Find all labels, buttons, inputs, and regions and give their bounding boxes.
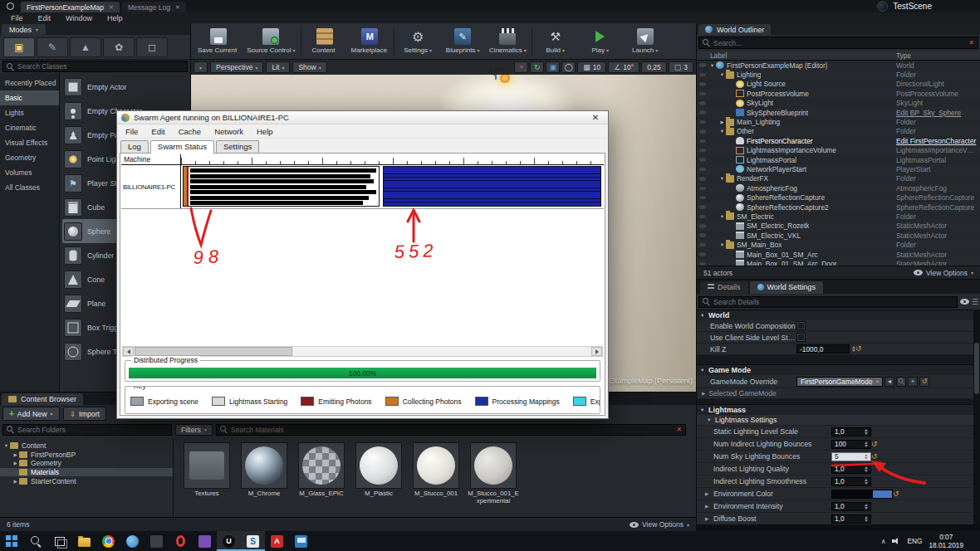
visibility-eye-icon[interactable] <box>699 110 706 115</box>
outliner-search-input[interactable] <box>713 39 965 47</box>
modes-tab[interactable]: Modes ▾ <box>2 24 46 35</box>
filters-button[interactable]: Filters ▾ <box>175 424 213 436</box>
asset-tile[interactable]: M_Stucco_001 <box>410 442 462 498</box>
play-button[interactable]: Play ▾ <box>579 25 622 58</box>
toolbar-separator[interactable] <box>394 27 394 56</box>
client-side-streaming-checkbox[interactable] <box>796 333 806 342</box>
source-control-button[interactable]: Source Control ▾ <box>243 25 298 58</box>
folder-tree-item[interactable]: ▼ Content <box>0 441 173 451</box>
search-folders-input[interactable] <box>17 426 168 434</box>
visibility-eye-icon[interactable] <box>699 224 706 228</box>
swarm-tab[interactable]: Log <box>120 140 149 153</box>
game-mode-section-header[interactable]: ▼ Game Mode <box>697 364 973 375</box>
outliner-row[interactable]: SphereReflectionCapture2 SphereReflectio… <box>697 202 980 212</box>
menu-item[interactable]: File <box>3 14 31 22</box>
visibility-eye-icon[interactable] <box>699 196 706 200</box>
window-tab[interactable]: FirstPersonExampleMap <box>21 2 120 12</box>
unreal-editor-icon[interactable] <box>217 531 241 551</box>
asset-tile[interactable]: M_Plastic <box>353 442 404 498</box>
actor-type[interactable]: LightmassImportanceVolume <box>896 146 978 154</box>
outliner-row[interactable]: Main_Box_01_SM_Arc StaticMeshActor <box>697 250 980 259</box>
actor-type[interactable]: Folder <box>896 212 978 221</box>
actor-type[interactable]: StaticMeshActor <box>896 260 978 266</box>
actor-type[interactable]: SkyLight <box>896 99 978 107</box>
rotate-tool-button[interactable]: ↻ <box>530 61 544 73</box>
build-button[interactable]: Build ▾ <box>534 25 577 58</box>
visibility-eye-icon[interactable] <box>699 92 706 96</box>
value-spinner[interactable] <box>865 516 868 522</box>
lightmass-section-header[interactable]: ▼ Lightmass <box>697 404 973 415</box>
content-button[interactable]: Content <box>303 25 346 58</box>
move-tool-button[interactable]: + <box>514 61 528 73</box>
value-spinner[interactable] <box>865 429 868 435</box>
details-tab[interactable]: World Settings <box>750 281 823 294</box>
red-app-icon[interactable] <box>265 531 289 551</box>
visibility-eye-icon[interactable] <box>699 177 706 181</box>
details-scrollbar[interactable] <box>973 310 980 524</box>
expand-arrow-icon[interactable]: ▶ <box>12 461 19 466</box>
add-new-gamemode-icon[interactable] <box>908 377 918 387</box>
rotation-snap-button[interactable]: ∠ 10° <box>608 61 639 73</box>
enable-world-composition-checkbox[interactable] <box>796 321 806 330</box>
type-column-header[interactable]: Type <box>896 51 911 60</box>
actor-type[interactable]: Folder <box>896 118 978 126</box>
view-options-button[interactable]: View Options ▾ <box>630 520 689 529</box>
outliner-row[interactable]: SkyLight SkyLight <box>697 99 980 108</box>
outliner-row[interactable]: Main_Box_01_SM_Arc_Door StaticMeshActor <box>697 259 980 266</box>
outliner-row[interactable]: SM_Electric_VKL StaticMeshActor <box>697 231 980 240</box>
reset-to-default-icon[interactable]: ↺ <box>855 345 863 353</box>
media-app-icon[interactable] <box>193 531 217 551</box>
actor-type[interactable]: SphereReflectionCapture <box>896 203 978 212</box>
hidden-icons-chevron[interactable]: ∧ <box>881 538 886 545</box>
scale-tool-button[interactable]: ▣ <box>546 61 560 73</box>
scrollbar-thumb[interactable] <box>135 347 292 356</box>
expand-arrow-icon[interactable]: ▶ <box>705 491 708 496</box>
outliner-row[interactable]: ▼ SM_Electric Folder <box>697 212 980 221</box>
chrome-icon[interactable] <box>96 531 120 551</box>
details-tab[interactable]: Details <box>700 281 748 294</box>
outliner-row[interactable]: ▼ SM_Main_Box Folder <box>697 240 980 249</box>
landscape-mode-button[interactable]: ▲ <box>70 37 101 57</box>
visibility-eye-icon[interactable] <box>699 215 706 219</box>
swarm-agent-icon[interactable] <box>241 531 265 551</box>
modes-category[interactable]: Lights <box>0 105 59 120</box>
details-options-icon[interactable]: ☰ <box>972 298 978 306</box>
folder-tree-item[interactable]: ▶ Geometry <box>0 459 173 468</box>
perspective-button[interactable]: Perspective▾ <box>210 61 263 73</box>
search-button[interactable] <box>24 531 48 551</box>
save-current-button[interactable]: Save Current <box>194 25 242 58</box>
actor-type[interactable]: Folder <box>896 71 978 79</box>
dark-app-icon[interactable] <box>145 531 169 551</box>
kill-z-input[interactable]: -1000,0 <box>796 344 850 354</box>
outliner-row[interactable]: FirstPersonCharacter Edit FirstPersonCha… <box>697 136 980 145</box>
visibility-eye-icon[interactable] <box>699 129 706 134</box>
window-tab[interactable]: Message Log <box>122 2 186 12</box>
actor-type[interactable]: PlayerStart <box>896 165 978 173</box>
property-value-input[interactable]: 1,0 <box>831 427 871 436</box>
expand-arrow-icon[interactable]: ▼ <box>718 72 726 77</box>
value-spinner[interactable] <box>865 504 868 510</box>
outliner-row[interactable]: SkySphereBlueprint Edit BP_Sky_Sphere <box>697 108 980 117</box>
asset-tile[interactable]: Textures <box>181 442 233 498</box>
modes-category[interactable]: Cinematic <box>0 120 59 135</box>
import-button[interactable]: ⇓ Import <box>63 407 106 421</box>
reset-to-default-icon[interactable]: ↺ <box>871 441 879 448</box>
property-visibility-icon[interactable] <box>960 299 969 305</box>
menu-item[interactable]: Edit <box>31 14 59 22</box>
language-indicator[interactable]: ENG <box>907 537 922 545</box>
expand-arrow-icon[interactable]: ▼ <box>718 242 726 247</box>
outliner-row[interactable]: SphereReflectionCapture SphereReflection… <box>697 193 980 202</box>
actor-type[interactable]: StaticMeshActor <box>896 222 978 230</box>
expand-arrow-icon[interactable]: ▼ <box>2 443 10 448</box>
property-value-input[interactable]: 1,0 <box>831 477 871 486</box>
swarm-menu-item[interactable]: Network <box>208 126 250 137</box>
swarm-menu-item[interactable]: Cache <box>172 126 208 137</box>
opera-icon[interactable] <box>169 531 193 551</box>
visibility-eye-icon[interactable] <box>699 243 706 247</box>
toolbar-separator[interactable] <box>532 27 532 56</box>
property-value-input[interactable]: 100 <box>831 440 871 449</box>
outliner-row[interactable]: AtmosphericFog AtmosphericFog <box>697 183 980 193</box>
visibility-eye-icon[interactable] <box>699 252 706 256</box>
expand-arrow-icon[interactable]: ▶ <box>12 452 19 457</box>
outliner-row[interactable]: ▼ Other Folder <box>697 127 980 136</box>
